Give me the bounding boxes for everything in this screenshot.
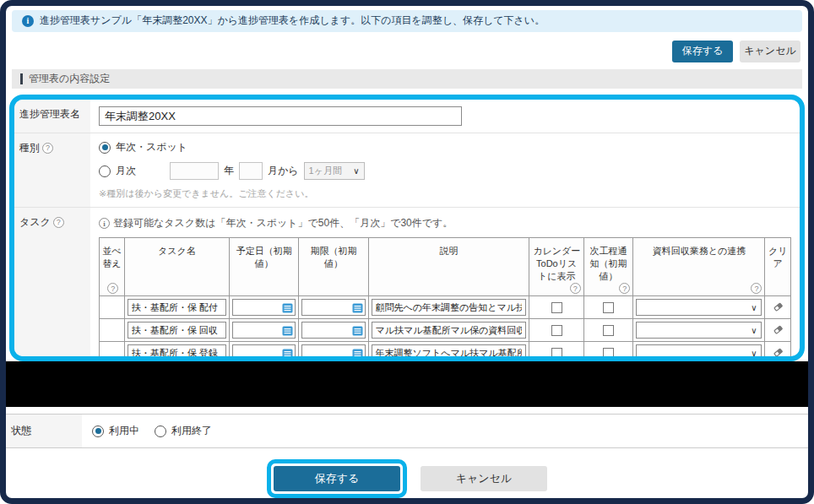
task-table: 並べ替え? タスク名 予定日（初期値） 期限（初期値） 説明 カレンダーToDo… bbox=[99, 237, 791, 361]
col-task-name: タスク名 bbox=[124, 238, 229, 296]
col-calendar-todo: カレンダーToDoリストに表示? bbox=[529, 238, 583, 296]
task-row: タスク? i 登録可能なタスク数は「年次・スポット」で50件、「月次」で30件で… bbox=[14, 208, 800, 361]
eraser-icon[interactable] bbox=[773, 347, 784, 358]
duration-select[interactable]: 1ヶ月間 ∨ bbox=[304, 162, 365, 180]
radio-active-label: 利用中 bbox=[109, 424, 139, 438]
calendar-todo-checkbox[interactable] bbox=[551, 348, 562, 359]
radio-annual-spot[interactable] bbox=[99, 142, 111, 154]
deadline-input[interactable] bbox=[301, 344, 365, 361]
radio-monthly[interactable] bbox=[99, 165, 111, 177]
sort-cell[interactable] bbox=[100, 319, 125, 342]
calendar-icon bbox=[282, 302, 293, 313]
radio-monthly-label: 月次 bbox=[116, 164, 136, 178]
radio-ended[interactable] bbox=[155, 425, 166, 437]
status-label: 状態 bbox=[6, 415, 82, 447]
sort-help-icon[interactable]: ? bbox=[107, 283, 118, 294]
page-frame: i 進捗管理表サンプル「年末調整20XX」から進捗管理表を作成します。以下の項目… bbox=[0, 0, 814, 504]
col-description: 説明 bbox=[368, 238, 529, 296]
collection-link-select[interactable]: ∨ bbox=[636, 322, 762, 339]
section-header: 管理表の内容設定 bbox=[12, 69, 802, 89]
col-clear: クリア bbox=[765, 238, 791, 296]
collection-link-help-icon[interactable]: ? bbox=[751, 283, 762, 294]
collection-link-select[interactable]: ∨ bbox=[636, 299, 762, 316]
cancel-button-top[interactable]: キャンセル bbox=[740, 41, 800, 62]
planned-date-input[interactable] bbox=[232, 344, 296, 361]
planned-date-input[interactable] bbox=[232, 322, 296, 339]
description-input[interactable] bbox=[372, 344, 527, 361]
chevron-down-icon: ∨ bbox=[751, 349, 757, 358]
calendar-icon bbox=[352, 302, 363, 313]
calendar-icon bbox=[282, 325, 293, 336]
next-process-checkbox[interactable] bbox=[603, 348, 614, 359]
cancel-button-bottom[interactable]: キャンセル bbox=[421, 466, 547, 491]
name-label: 進捗管理表名 bbox=[14, 100, 90, 133]
col-planned-date: 予定日（初期値） bbox=[230, 238, 299, 296]
sort-cell[interactable] bbox=[100, 296, 125, 319]
deadline-input[interactable] bbox=[301, 299, 365, 316]
radio-ended-label: 利用終了 bbox=[171, 424, 212, 438]
radio-annual-spot-label: 年次・スポット bbox=[116, 140, 187, 154]
col-next-process: 次工程通知（初期値）? bbox=[583, 238, 632, 296]
year-suffix: 年 bbox=[224, 164, 234, 178]
chevron-down-icon: ∨ bbox=[751, 326, 757, 335]
task-help-icon[interactable]: ? bbox=[53, 217, 64, 228]
year-input[interactable] bbox=[170, 162, 219, 180]
task-label: タスク? bbox=[14, 208, 90, 361]
task-name-input[interactable] bbox=[128, 344, 226, 361]
redacted-area bbox=[6, 361, 808, 407]
type-row: 種別? 年次・スポット 月次 年 月から 1ヶ月間 ∨ bbox=[14, 133, 800, 208]
info-banner: i 進捗管理表サンプル「年末調整20XX」から進捗管理表を作成します。以下の項目… bbox=[12, 10, 802, 32]
info-icon: i bbox=[22, 15, 34, 27]
eraser-icon[interactable] bbox=[773, 324, 784, 335]
section-header-bar bbox=[20, 73, 23, 84]
task-name-input[interactable] bbox=[128, 299, 226, 316]
calendar-todo-checkbox[interactable] bbox=[551, 325, 562, 336]
task-table-row: ∨ bbox=[100, 296, 791, 319]
col-deadline: 期限（初期値） bbox=[299, 238, 368, 296]
save-button-top[interactable]: 保存する bbox=[672, 41, 733, 62]
description-input[interactable] bbox=[372, 299, 527, 316]
col-sort: 並べ替え? bbox=[100, 238, 125, 296]
highlighted-form-area: 進捗管理表名 種別? 年次・スポット 月次 年 月か bbox=[9, 95, 805, 361]
save-button-bottom[interactable]: 保存する bbox=[274, 466, 400, 491]
type-help-icon[interactable]: ? bbox=[42, 143, 53, 154]
next-process-checkbox[interactable] bbox=[603, 302, 614, 313]
task-table-header-row: 並べ替え? タスク名 予定日（初期値） 期限（初期値） 説明 カレンダーToDo… bbox=[100, 238, 791, 296]
bottom-action-bar: 保存する キャンセル bbox=[6, 459, 808, 498]
chevron-down-icon: ∨ bbox=[353, 166, 359, 176]
top-action-bar: 保存する キャンセル bbox=[6, 41, 800, 62]
next-process-checkbox[interactable] bbox=[603, 325, 614, 336]
calendar-icon bbox=[352, 348, 363, 359]
month-input[interactable] bbox=[239, 162, 263, 180]
collection-link-select[interactable]: ∨ bbox=[636, 344, 762, 361]
info-banner-text: 進捗管理表サンプル「年末調整20XX」から進捗管理表を作成します。以下の項目を調… bbox=[40, 14, 545, 28]
info-circle-icon: i bbox=[99, 218, 110, 229]
chevron-down-icon: ∨ bbox=[751, 303, 757, 312]
radio-active[interactable] bbox=[92, 425, 104, 437]
deadline-input[interactable] bbox=[301, 322, 365, 339]
task-table-row: ∨ bbox=[100, 342, 791, 362]
type-label: 種別? bbox=[14, 133, 90, 207]
sort-cell[interactable] bbox=[100, 342, 125, 362]
month-suffix: 月から bbox=[268, 164, 299, 178]
calendar-todo-checkbox[interactable] bbox=[551, 302, 562, 313]
management-table-name-input[interactable] bbox=[99, 106, 462, 126]
planned-date-input[interactable] bbox=[232, 299, 296, 316]
task-count-info: i 登録可能なタスク数は「年次・スポット」で50件、「月次」で30件です。 bbox=[99, 216, 791, 230]
col-collection-link: 資料回収業務との連携? bbox=[633, 238, 765, 296]
task-table-row: ∨ bbox=[100, 319, 791, 342]
section-title: 管理表の内容設定 bbox=[29, 72, 110, 86]
save-button-highlight: 保存する bbox=[267, 459, 407, 498]
description-input[interactable] bbox=[372, 322, 527, 339]
calendar-icon bbox=[352, 325, 363, 336]
type-note: ※種別は後から変更できません。ご注意ください。 bbox=[99, 187, 791, 200]
next-process-help-icon[interactable]: ? bbox=[619, 283, 630, 294]
eraser-icon[interactable] bbox=[773, 301, 784, 312]
calendar-icon bbox=[282, 348, 293, 359]
status-row: 状態 利用中 利用終了 bbox=[6, 414, 808, 448]
task-name-input[interactable] bbox=[128, 322, 226, 339]
calendar-todo-help-icon[interactable]: ? bbox=[570, 283, 581, 294]
name-row: 進捗管理表名 bbox=[14, 100, 800, 133]
